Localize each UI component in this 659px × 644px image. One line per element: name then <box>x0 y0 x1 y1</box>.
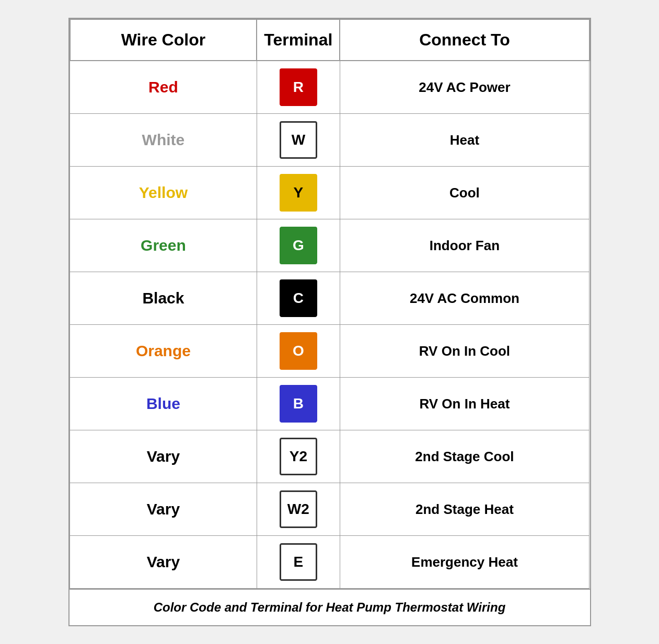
terminal-badge: C <box>280 279 317 317</box>
wire-color-cell: Orange <box>70 325 257 378</box>
terminal-badge: Y2 <box>280 438 317 475</box>
connect-to-label: RV On In Heat <box>419 396 510 412</box>
wire-name-label: Black <box>142 289 184 307</box>
terminal-badge: E <box>280 543 317 581</box>
wire-name-label: Vary <box>147 553 180 570</box>
wire-color-cell: Vary <box>70 483 257 536</box>
wire-name-label: Orange <box>136 342 191 359</box>
wire-name-label: Blue <box>146 395 180 412</box>
wire-name-label: White <box>142 131 185 148</box>
table-row: VaryEEmergency Heat <box>70 536 589 589</box>
connect-to-label: 24V AC Power <box>419 79 510 95</box>
terminal-badge: G <box>280 227 317 264</box>
table-row: WhiteWHeat <box>70 114 589 167</box>
connect-to-label: 2nd Stage Cool <box>415 449 514 464</box>
terminal-cell: W <box>257 114 340 167</box>
connect-to-cell: 24V AC Common <box>340 272 589 325</box>
connect-to-label: Indoor Fan <box>430 238 500 253</box>
wire-name-label: Green <box>141 237 186 254</box>
connect-to-cell: 24V AC Power <box>340 61 589 114</box>
terminal-cell: C <box>257 272 340 325</box>
wire-color-cell: Vary <box>70 430 257 483</box>
connect-to-label: Cool <box>449 185 480 201</box>
wire-color-cell: White <box>70 114 257 167</box>
table-row: BlueBRV On In Heat <box>70 378 589 430</box>
connect-to-label: 2nd Stage Heat <box>415 501 514 517</box>
connect-to-cell: Cool <box>340 167 589 219</box>
table-row: BlackC24V AC Common <box>70 272 589 325</box>
connect-to-cell: RV On In Cool <box>340 325 589 378</box>
connect-to-cell: Heat <box>340 114 589 167</box>
header-wire-color: Wire Color <box>70 19 257 61</box>
terminal-cell: G <box>257 219 340 272</box>
header-connect-to: Connect To <box>340 19 589 61</box>
wire-color-cell: Red <box>70 61 257 114</box>
table-row: VaryY22nd Stage Cool <box>70 430 589 483</box>
terminal-badge: B <box>280 385 317 423</box>
connect-to-cell: 2nd Stage Cool <box>340 430 589 483</box>
connect-to-label: Heat <box>450 132 479 148</box>
terminal-badge: W <box>280 121 317 159</box>
terminal-badge: R <box>280 68 317 106</box>
terminal-badge: Y <box>280 174 317 212</box>
table-row: GreenGIndoor Fan <box>70 219 589 272</box>
table-row: RedR24V AC Power <box>70 61 589 114</box>
terminal-badge: O <box>280 332 317 370</box>
connect-to-cell: Indoor Fan <box>340 219 589 272</box>
wire-name-label: Yellow <box>139 184 188 201</box>
terminal-badge: W2 <box>280 490 317 528</box>
wire-name-label: Red <box>148 78 178 96</box>
table-row: VaryW22nd Stage Heat <box>70 483 589 536</box>
terminal-cell: O <box>257 325 340 378</box>
terminal-cell: B <box>257 378 340 430</box>
connect-to-label: 24V AC Common <box>410 290 519 306</box>
wire-color-cell: Green <box>70 219 257 272</box>
wire-name-label: Vary <box>147 500 180 518</box>
connect-to-cell: RV On In Heat <box>340 378 589 430</box>
terminal-cell: Y2 <box>257 430 340 483</box>
wire-color-cell: Black <box>70 272 257 325</box>
table-caption: Color Code and Terminal for Heat Pump Th… <box>70 589 590 625</box>
connect-to-label: RV On In Cool <box>419 343 510 359</box>
terminal-cell: W2 <box>257 483 340 536</box>
wire-color-cell: Yellow <box>70 167 257 219</box>
wire-name-label: Vary <box>147 448 180 465</box>
wire-color-cell: Vary <box>70 536 257 589</box>
table-row: OrangeORV On In Cool <box>70 325 589 378</box>
terminal-cell: R <box>257 61 340 114</box>
terminal-cell: E <box>257 536 340 589</box>
connect-to-label: Emergency Heat <box>411 554 518 570</box>
wire-color-cell: Blue <box>70 378 257 430</box>
connect-to-cell: 2nd Stage Heat <box>340 483 589 536</box>
table-row: YellowYCool <box>70 167 589 219</box>
header-terminal: Terminal <box>257 19 340 61</box>
wiring-table: Wire Color Terminal Connect To RedR24V A… <box>70 19 590 589</box>
page-wrapper: Wire Color Terminal Connect To RedR24V A… <box>68 18 591 626</box>
connect-to-cell: Emergency Heat <box>340 536 589 589</box>
terminal-cell: Y <box>257 167 340 219</box>
